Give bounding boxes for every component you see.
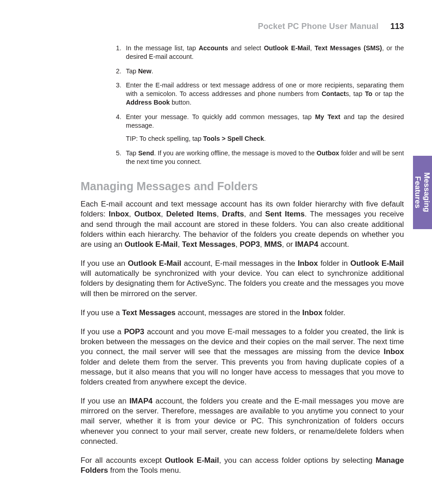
paragraph-1: Each E-mail account and text message acc…	[81, 199, 404, 250]
paragraph-4: If you use a POP3 account and you move E…	[81, 327, 404, 387]
section-heading: Managing Messages and Folders	[81, 180, 404, 193]
instruction-list: In the message list, tap Accounts and se…	[81, 44, 404, 166]
step-4: Enter your message. To quickly add commo…	[123, 113, 404, 144]
paragraph-2: If you use an Outlook E-Mail account, E-…	[81, 259, 404, 299]
section-side-tab: Messaging Features	[413, 156, 432, 229]
page-content: Pocket PC Phone User Manual 113 In the m…	[0, 0, 432, 503]
manual-title: Pocket PC Phone User Manual	[258, 22, 378, 31]
page-header: Pocket PC Phone User Manual 113	[81, 22, 404, 31]
step-1: In the message list, tap Accounts and se…	[123, 44, 404, 62]
step-5: Tap Send. If you are working offline, th…	[123, 149, 404, 167]
paragraph-3: If you use a Text Messages account, mess…	[81, 308, 404, 318]
step-3: Enter the E-mail address or text message…	[123, 81, 404, 107]
page-number: 113	[390, 22, 404, 31]
side-tab-label: Messaging Features	[413, 173, 431, 212]
paragraph-5: If you use an IMAP4 account, the folders…	[81, 396, 404, 446]
step-4-tip: TIP: To check spelling, tap Tools > Spel…	[126, 134, 404, 143]
step-2: Tap New.	[123, 67, 404, 76]
paragraph-6: For all accounts except Outlook E-Mail, …	[81, 456, 404, 475]
